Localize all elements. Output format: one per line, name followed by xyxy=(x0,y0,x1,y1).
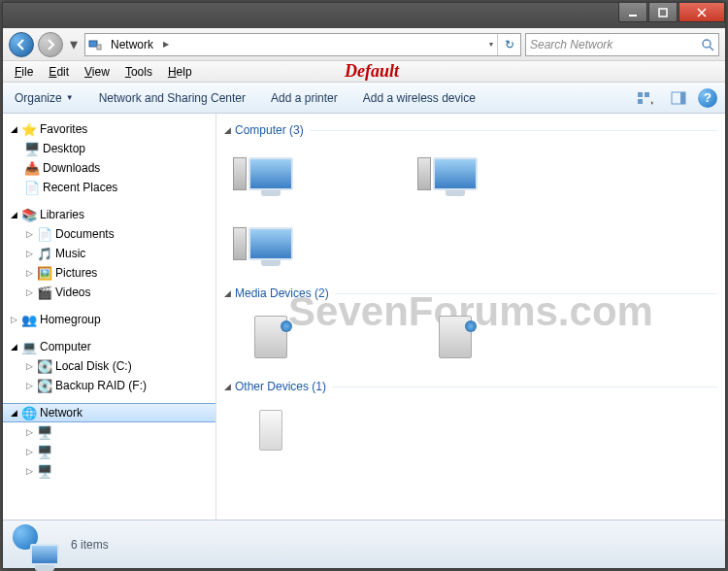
other-device-1[interactable] xyxy=(232,401,310,459)
documents-icon: 📄 xyxy=(37,226,52,242)
network-icon xyxy=(85,38,105,51)
tree-recent-places[interactable]: 📄Recent Places xyxy=(3,178,215,197)
svg-rect-1 xyxy=(659,9,667,17)
media-device-1[interactable] xyxy=(232,308,310,366)
tree-favorites[interactable]: ◢⭐Favorites xyxy=(3,119,215,139)
refresh-button[interactable]: ↻ xyxy=(497,34,520,55)
tree-network-pc-1[interactable]: ▷🖥️ xyxy=(3,422,215,442)
tree-videos[interactable]: ▷🎬Videos xyxy=(3,283,215,302)
homegroup-icon: 👥 xyxy=(21,312,37,327)
menu-view[interactable]: View xyxy=(77,63,117,81)
status-bar: 6 items xyxy=(3,520,725,568)
videos-icon: 🎬 xyxy=(37,285,52,300)
tree-desktop[interactable]: 🖥️Desktop xyxy=(3,139,215,158)
minimize-button[interactable] xyxy=(618,3,647,22)
overlay-label: Default xyxy=(345,61,399,82)
back-button[interactable] xyxy=(9,32,34,57)
recent-icon: 📄 xyxy=(24,180,40,195)
svg-rect-6 xyxy=(645,92,649,97)
navigation-row: ▾ Network ▶ ▾ ↻ Search Network xyxy=(3,28,725,61)
computer-icon: 💻 xyxy=(21,339,37,354)
svg-rect-5 xyxy=(638,92,643,97)
search-icon xyxy=(701,38,714,51)
tree-backup-raid-f[interactable]: ▷💽Backup RAID (F:) xyxy=(3,376,215,395)
search-box[interactable]: Search Network xyxy=(525,33,719,56)
network-icon: 🌐 xyxy=(21,405,37,420)
view-options-button[interactable] xyxy=(632,87,659,109)
search-placeholder: Search Network xyxy=(530,38,612,51)
svg-point-4 xyxy=(703,40,711,48)
tree-network[interactable]: ◢🌐Network xyxy=(3,403,215,422)
explorer-window: ▾ Network ▶ ▾ ↻ Search Network File Edit… xyxy=(2,2,726,569)
menu-bar: File Edit View Tools Help Default xyxy=(3,61,725,83)
tree-downloads[interactable]: 📥Downloads xyxy=(3,158,215,178)
titlebar[interactable] xyxy=(3,3,725,28)
tree-pictures[interactable]: ▷🖼️Pictures xyxy=(3,263,215,283)
tree-documents[interactable]: ▷📄Documents xyxy=(3,224,215,244)
network-large-icon xyxy=(13,524,59,565)
chevron-right-icon[interactable]: ▶ xyxy=(159,40,173,49)
computer-item-2[interactable] xyxy=(416,145,494,203)
media-device-2[interactable] xyxy=(416,308,494,366)
libraries-icon: 📚 xyxy=(21,207,37,222)
menu-file[interactable]: File xyxy=(7,63,41,81)
group-header-computer[interactable]: ◢Computer (3) xyxy=(224,123,717,137)
menu-tools[interactable]: Tools xyxy=(117,63,160,81)
tree-local-disk-c[interactable]: ▷💽Local Disk (C:) xyxy=(3,356,215,376)
pc-icon: 🖥️ xyxy=(37,424,52,440)
organize-button[interactable]: Organize▼ xyxy=(11,88,78,108)
menu-help[interactable]: Help xyxy=(160,63,200,81)
item-count: 6 items xyxy=(71,538,109,552)
explorer-body: ◢⭐Favorites 🖥️Desktop 📥Downloads 📄Recent… xyxy=(3,114,725,520)
pc-icon: 🖥️ xyxy=(37,444,52,459)
svg-rect-2 xyxy=(89,41,97,47)
svg-rect-7 xyxy=(638,99,643,104)
maximize-button[interactable] xyxy=(648,3,678,22)
tree-libraries[interactable]: ◢📚Libraries xyxy=(3,205,215,224)
content-view[interactable]: SevenForums.com ◢Computer (3) ◢Media Dev… xyxy=(216,114,725,520)
group-header-other[interactable]: ◢Other Devices (1) xyxy=(224,380,717,393)
tree-computer[interactable]: ◢💻Computer xyxy=(3,337,215,356)
add-printer-button[interactable]: Add a printer xyxy=(267,88,342,108)
pictures-icon: 🖼️ xyxy=(37,265,52,281)
music-icon: 🎵 xyxy=(37,246,52,261)
disk-icon: 💽 xyxy=(37,378,52,393)
group-header-media[interactable]: ◢Media Devices (2) xyxy=(224,286,717,300)
navigation-pane[interactable]: ◢⭐Favorites 🖥️Desktop 📥Downloads 📄Recent… xyxy=(3,114,216,520)
breadcrumb-network[interactable]: Network xyxy=(105,34,159,55)
network-sharing-center-button[interactable]: Network and Sharing Center xyxy=(95,88,249,108)
downloads-icon: 📥 xyxy=(24,160,40,176)
svg-rect-0 xyxy=(629,15,637,17)
disk-icon: 💽 xyxy=(37,358,52,374)
preview-pane-button[interactable] xyxy=(665,87,692,109)
add-wireless-device-button[interactable]: Add a wireless device xyxy=(359,88,480,108)
star-icon: ⭐ xyxy=(21,121,37,137)
tree-music[interactable]: ▷🎵Music xyxy=(3,244,215,263)
computer-item-3[interactable] xyxy=(232,215,310,273)
command-bar: Organize▼ Network and Sharing Center Add… xyxy=(3,83,725,114)
tree-homegroup[interactable]: ▷👥Homegroup xyxy=(3,310,215,329)
menu-edit[interactable]: Edit xyxy=(41,63,77,81)
history-dropdown[interactable]: ▾ xyxy=(67,34,81,55)
help-button[interactable]: ? xyxy=(698,88,717,108)
svg-rect-9 xyxy=(680,92,685,104)
svg-rect-3 xyxy=(97,45,101,50)
forward-button[interactable] xyxy=(38,32,63,57)
close-button[interactable] xyxy=(678,3,725,22)
tree-network-pc-2[interactable]: ▷🖥️ xyxy=(3,442,215,461)
address-dropdown[interactable]: ▾ xyxy=(485,40,497,49)
pc-icon: 🖥️ xyxy=(37,463,52,479)
computer-item-1[interactable] xyxy=(232,145,310,203)
tree-network-pc-3[interactable]: ▷🖥️ xyxy=(3,461,215,481)
desktop-icon: 🖥️ xyxy=(24,141,40,156)
address-bar[interactable]: Network ▶ ▾ ↻ xyxy=(84,33,521,56)
